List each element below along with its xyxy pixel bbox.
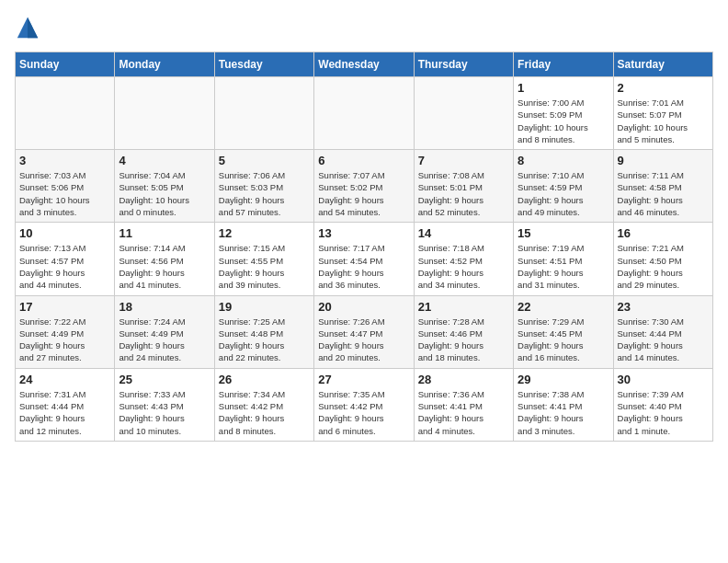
day-number: 18 <box>119 300 210 314</box>
calendar-column-header: Sunday <box>16 52 115 77</box>
calendar-day-cell: 10Sunrise: 7:13 AM Sunset: 4:57 PM Dayli… <box>16 223 115 295</box>
day-number: 5 <box>219 154 310 167</box>
day-info: Sunrise: 7:00 AM Sunset: 5:09 PM Dayligh… <box>518 97 609 145</box>
calendar-day-cell: 26Sunrise: 7:34 AM Sunset: 4:42 PM Dayli… <box>214 368 313 441</box>
calendar-day-cell <box>214 77 313 150</box>
day-number: 11 <box>119 226 210 240</box>
calendar-header-row: SundayMondayTuesdayWednesdayThursdayFrid… <box>16 52 713 77</box>
day-number: 21 <box>418 300 509 314</box>
calendar-day-cell: 2Sunrise: 7:01 AM Sunset: 5:07 PM Daylig… <box>613 77 712 150</box>
calendar-day-cell: 28Sunrise: 7:36 AM Sunset: 4:41 PM Dayli… <box>414 368 513 441</box>
day-number: 1 <box>518 81 609 95</box>
day-number: 7 <box>418 154 509 167</box>
day-info: Sunrise: 7:07 AM Sunset: 5:02 PM Dayligh… <box>318 169 409 218</box>
page-header <box>15 15 713 40</box>
calendar-week-row: 17Sunrise: 7:22 AM Sunset: 4:49 PM Dayli… <box>16 295 713 368</box>
calendar-day-cell: 20Sunrise: 7:26 AM Sunset: 4:47 PM Dayli… <box>314 295 414 368</box>
day-number: 20 <box>318 300 409 314</box>
day-number: 10 <box>19 226 110 240</box>
day-info: Sunrise: 7:24 AM Sunset: 4:49 PM Dayligh… <box>119 316 210 364</box>
day-number: 24 <box>19 373 110 386</box>
calendar-day-cell: 8Sunrise: 7:10 AM Sunset: 4:59 PM Daylig… <box>514 150 613 223</box>
calendar-day-cell: 25Sunrise: 7:33 AM Sunset: 4:43 PM Dayli… <box>115 368 214 441</box>
day-number: 16 <box>618 226 709 240</box>
day-info: Sunrise: 7:10 AM Sunset: 4:59 PM Dayligh… <box>518 169 609 218</box>
day-info: Sunrise: 7:06 AM Sunset: 5:03 PM Dayligh… <box>219 169 310 218</box>
calendar-column-header: Tuesday <box>214 52 313 77</box>
calendar-day-cell: 21Sunrise: 7:28 AM Sunset: 4:46 PM Dayli… <box>414 295 513 368</box>
calendar-day-cell: 9Sunrise: 7:11 AM Sunset: 4:58 PM Daylig… <box>613 150 712 223</box>
day-info: Sunrise: 7:35 AM Sunset: 4:42 PM Dayligh… <box>318 388 409 437</box>
calendar-day-cell <box>16 77 115 150</box>
calendar-day-cell: 7Sunrise: 7:08 AM Sunset: 5:01 PM Daylig… <box>414 150 513 223</box>
day-info: Sunrise: 7:19 AM Sunset: 4:51 PM Dayligh… <box>518 242 609 291</box>
calendar-column-header: Monday <box>115 52 214 77</box>
calendar-day-cell: 4Sunrise: 7:04 AM Sunset: 5:05 PM Daylig… <box>115 150 214 223</box>
calendar-day-cell: 22Sunrise: 7:29 AM Sunset: 4:45 PM Dayli… <box>514 295 613 368</box>
day-number: 4 <box>119 154 210 167</box>
day-number: 13 <box>318 226 409 240</box>
day-number: 23 <box>618 300 709 314</box>
calendar-day-cell: 3Sunrise: 7:03 AM Sunset: 5:06 PM Daylig… <box>16 150 115 223</box>
day-info: Sunrise: 7:39 AM Sunset: 4:40 PM Dayligh… <box>618 388 709 437</box>
day-number: 19 <box>219 300 310 314</box>
calendar-week-row: 24Sunrise: 7:31 AM Sunset: 4:44 PM Dayli… <box>16 368 713 441</box>
day-number: 17 <box>19 300 110 314</box>
calendar-body: 1Sunrise: 7:00 AM Sunset: 5:09 PM Daylig… <box>16 77 713 442</box>
day-info: Sunrise: 7:28 AM Sunset: 4:46 PM Dayligh… <box>418 316 509 364</box>
day-info: Sunrise: 7:21 AM Sunset: 4:50 PM Dayligh… <box>618 242 709 291</box>
calendar-day-cell: 27Sunrise: 7:35 AM Sunset: 4:42 PM Dayli… <box>314 368 414 441</box>
calendar-table: SundayMondayTuesdayWednesdayThursdayFrid… <box>15 52 713 442</box>
day-info: Sunrise: 7:17 AM Sunset: 4:54 PM Dayligh… <box>318 242 409 291</box>
calendar-day-cell: 13Sunrise: 7:17 AM Sunset: 4:54 PM Dayli… <box>314 223 414 295</box>
day-number: 12 <box>219 226 310 240</box>
day-number: 9 <box>618 154 709 167</box>
calendar-day-cell: 15Sunrise: 7:19 AM Sunset: 4:51 PM Dayli… <box>514 223 613 295</box>
day-info: Sunrise: 7:03 AM Sunset: 5:06 PM Dayligh… <box>19 169 110 218</box>
day-info: Sunrise: 7:14 AM Sunset: 4:56 PM Dayligh… <box>119 242 210 291</box>
calendar-day-cell: 24Sunrise: 7:31 AM Sunset: 4:44 PM Dayli… <box>16 368 115 441</box>
calendar-day-cell: 14Sunrise: 7:18 AM Sunset: 4:52 PM Dayli… <box>414 223 513 295</box>
day-info: Sunrise: 7:26 AM Sunset: 4:47 PM Dayligh… <box>318 316 409 364</box>
calendar-week-row: 3Sunrise: 7:03 AM Sunset: 5:06 PM Daylig… <box>16 150 713 223</box>
day-info: Sunrise: 7:38 AM Sunset: 4:41 PM Dayligh… <box>518 388 609 437</box>
calendar-week-row: 1Sunrise: 7:00 AM Sunset: 5:09 PM Daylig… <box>16 77 713 150</box>
calendar-day-cell <box>115 77 214 150</box>
day-info: Sunrise: 7:34 AM Sunset: 4:42 PM Dayligh… <box>219 388 310 437</box>
calendar-week-row: 10Sunrise: 7:13 AM Sunset: 4:57 PM Dayli… <box>16 223 713 295</box>
day-info: Sunrise: 7:30 AM Sunset: 4:44 PM Dayligh… <box>618 316 709 364</box>
calendar-day-cell: 16Sunrise: 7:21 AM Sunset: 4:50 PM Dayli… <box>613 223 712 295</box>
day-number: 6 <box>318 154 409 167</box>
day-number: 26 <box>219 373 310 386</box>
calendar-day-cell: 23Sunrise: 7:30 AM Sunset: 4:44 PM Dayli… <box>613 295 712 368</box>
day-number: 8 <box>518 154 609 167</box>
day-number: 27 <box>318 373 409 386</box>
day-info: Sunrise: 7:13 AM Sunset: 4:57 PM Dayligh… <box>19 242 110 291</box>
day-number: 29 <box>518 373 609 386</box>
day-info: Sunrise: 7:08 AM Sunset: 5:01 PM Dayligh… <box>418 169 509 218</box>
day-info: Sunrise: 7:31 AM Sunset: 4:44 PM Dayligh… <box>19 388 110 437</box>
day-number: 2 <box>618 81 709 95</box>
logo-icon <box>15 15 40 40</box>
calendar-day-cell: 11Sunrise: 7:14 AM Sunset: 4:56 PM Dayli… <box>115 223 214 295</box>
calendar-day-cell <box>414 77 513 150</box>
day-info: Sunrise: 7:33 AM Sunset: 4:43 PM Dayligh… <box>119 388 210 437</box>
day-number: 3 <box>19 154 110 167</box>
logo <box>15 15 44 40</box>
calendar-column-header: Saturday <box>613 52 712 77</box>
day-number: 30 <box>618 373 709 386</box>
day-info: Sunrise: 7:11 AM Sunset: 4:58 PM Dayligh… <box>618 169 709 218</box>
svg-marker-1 <box>28 17 38 38</box>
calendar-day-cell: 12Sunrise: 7:15 AM Sunset: 4:55 PM Dayli… <box>214 223 313 295</box>
day-number: 28 <box>418 373 509 386</box>
day-info: Sunrise: 7:36 AM Sunset: 4:41 PM Dayligh… <box>418 388 509 437</box>
day-info: Sunrise: 7:01 AM Sunset: 5:07 PM Dayligh… <box>618 97 709 145</box>
day-number: 22 <box>518 300 609 314</box>
calendar-day-cell: 1Sunrise: 7:00 AM Sunset: 5:09 PM Daylig… <box>514 77 613 150</box>
day-info: Sunrise: 7:22 AM Sunset: 4:49 PM Dayligh… <box>19 316 110 364</box>
calendar-column-header: Wednesday <box>314 52 414 77</box>
calendar-day-cell: 17Sunrise: 7:22 AM Sunset: 4:49 PM Dayli… <box>16 295 115 368</box>
day-number: 15 <box>518 226 609 240</box>
day-number: 25 <box>119 373 210 386</box>
calendar-day-cell: 30Sunrise: 7:39 AM Sunset: 4:40 PM Dayli… <box>613 368 712 441</box>
